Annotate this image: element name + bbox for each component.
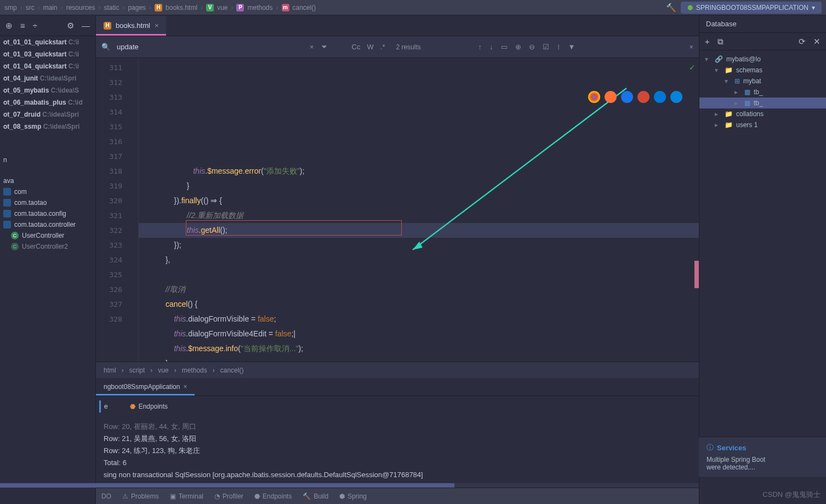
package-item[interactable]: com	[0, 186, 95, 197]
project-item[interactable]: ot_04_junit C:\idea\Spri	[0, 72, 95, 84]
search-input[interactable]	[117, 43, 303, 51]
match-case-toggle[interactable]: Cc	[352, 43, 361, 51]
package-item[interactable]: com.taotao.config	[0, 208, 95, 219]
next-match-icon[interactable]: ↓	[489, 43, 493, 51]
clear-icon[interactable]: ×	[310, 43, 314, 51]
bc-item[interactable]: src	[26, 4, 35, 12]
project-list[interactable]: ot_01_01_quickstart C:\i ot_01_03_quicks…	[0, 36, 95, 504]
project-item[interactable]: ot_01_03_quickstart C:\i	[0, 48, 95, 60]
words-toggle[interactable]: W	[367, 43, 373, 51]
db-schemas[interactable]: ▾📁schemas	[699, 65, 826, 76]
build-tab[interactable]: 🔨 Build	[303, 492, 328, 500]
gear-icon[interactable]: ⚙	[67, 21, 74, 31]
add-icon[interactable]: +	[705, 37, 710, 46]
bc-item[interactable]: pages	[128, 4, 146, 12]
expand-icon[interactable]: ≡	[20, 21, 25, 30]
package-icon	[3, 188, 11, 196]
select-occurrences-icon[interactable]: ☑	[543, 43, 549, 51]
close-search-icon[interactable]: ×	[689, 43, 693, 51]
project-item[interactable]: ot_05_mybatis C:\idea\S	[0, 84, 95, 96]
code-content[interactable]: ✓ this.$message.error("添加失败"); }	[139, 58, 699, 362]
horizontal-scrollbar[interactable]	[0, 483, 699, 488]
duplicate-icon[interactable]: ⧉	[717, 37, 724, 47]
code-editor[interactable]: 311 312 313 314 315 316 317 318 319 320 …	[96, 58, 699, 362]
remove-selection-icon[interactable]: ⊖	[529, 43, 535, 51]
db-users[interactable]: ▸📁users 1	[699, 119, 826, 130]
profiler-tab[interactable]: ◔ Profiler	[214, 492, 243, 500]
settings-icon[interactable]: ⫶	[557, 43, 561, 51]
problems-tab[interactable]: ⚠ Problems	[122, 492, 159, 500]
class-item[interactable]: CUserController2	[0, 241, 95, 252]
inspection-icon[interactable]: ✓	[689, 60, 696, 75]
chrome-icon[interactable]	[588, 91, 600, 103]
bc-item[interactable]: static	[104, 4, 119, 12]
console-output[interactable]: Row: 20, 崔丽岩, 44, 女, 周口 Row: 21, 吴晨燕, 56…	[96, 416, 699, 488]
tree-item[interactable]: ava	[0, 175, 95, 186]
bc-item[interactable]: methods	[247, 4, 272, 12]
db-connection[interactable]: ▾🔗mybatis@lo	[699, 54, 826, 65]
spring-tab[interactable]: ⬢ Spring	[339, 492, 367, 500]
ie-icon[interactable]	[654, 91, 666, 103]
add-selection-icon[interactable]: ⊕	[515, 43, 521, 51]
console-line: Row: 21, 吴晨燕, 56, 女, 洛阳	[104, 433, 691, 445]
spring-icon: ⬢	[687, 4, 693, 12]
prev-match-icon[interactable]: ↑	[478, 43, 482, 51]
filter-icon[interactable]: ▼	[568, 43, 576, 51]
project-item[interactable]: ot_06_mabatis_plus C:\id	[0, 96, 95, 108]
target-icon[interactable]: ⊕	[5, 21, 13, 31]
bc-item[interactable]: html	[104, 366, 116, 374]
fold-column[interactable]	[128, 58, 139, 362]
close-icon[interactable]: ×	[155, 21, 159, 30]
bc-item[interactable]: smp	[4, 4, 17, 12]
bc-item[interactable]: vue	[217, 4, 227, 12]
editor-breadcrumb[interactable]: html› script› vue› methods› cancel()	[96, 362, 699, 378]
todo-tab[interactable]: DO	[101, 492, 111, 500]
class-item[interactable]: CUserController	[0, 230, 95, 241]
bc-item[interactable]: cancel()	[220, 366, 244, 374]
chevron-down-icon: ▾	[812, 4, 815, 12]
safari-icon[interactable]	[621, 91, 633, 103]
db-table[interactable]: ▸▦tb_	[699, 98, 826, 108]
collapse-icon[interactable]: ÷	[33, 21, 37, 30]
bc-item[interactable]: main	[43, 4, 58, 12]
endpoints-bottom-tab[interactable]: ⬣ Endpoints	[254, 492, 292, 500]
bc-item[interactable]: vue	[158, 366, 168, 374]
build-icon[interactable]: 🔨	[666, 3, 676, 13]
refresh-icon[interactable]: ⟳	[799, 37, 806, 47]
stop-icon[interactable]: ✕	[813, 37, 821, 47]
run-config-tab[interactable]: ngboot08SsmpApplication ×	[96, 380, 195, 396]
bc-item[interactable]: books.html	[166, 4, 197, 12]
console-line: Total: 6	[104, 457, 691, 469]
select-all-icon[interactable]: ▭	[501, 43, 508, 51]
history-icon[interactable]: ⏷	[321, 43, 328, 51]
project-item[interactable]: ot_01_04_quickstart C:\i	[0, 60, 95, 72]
edge-icon[interactable]	[670, 91, 682, 103]
tree-item[interactable]: n	[0, 154, 95, 165]
opera-icon[interactable]	[637, 91, 650, 103]
bc-item[interactable]: script	[129, 366, 145, 374]
database-tree[interactable]: ▾🔗mybatis@lo ▾📁schemas ▾⊞mybat ▸▦tb_ ▸▦t…	[699, 50, 826, 504]
file-tab[interactable]: H books.html ×	[96, 16, 166, 36]
db-schema[interactable]: ▾⊞mybat	[699, 76, 826, 87]
project-item[interactable]: ot_01_01_quickstart C:\i	[0, 36, 95, 48]
bc-item[interactable]: cancel()	[293, 4, 316, 12]
breadcrumb[interactable]: smp› src› main› resources› static› pages…	[4, 4, 316, 12]
db-table[interactable]: ▸▦tb_	[699, 87, 826, 98]
bc-item[interactable]: resources	[66, 4, 95, 12]
firefox-icon[interactable]	[605, 91, 617, 103]
db-collations[interactable]: ▸📁collations	[699, 108, 826, 119]
package-item[interactable]: com.taotao.controller	[0, 219, 95, 230]
project-item[interactable]: ot_07_druid C:\idea\Spri	[0, 108, 95, 121]
close-icon[interactable]: ×	[183, 383, 187, 391]
bc-item[interactable]: methods	[182, 366, 207, 374]
project-item[interactable]: ot_08_ssmp C:\idea\Spri	[0, 121, 95, 133]
console-tab[interactable]: e	[99, 400, 111, 413]
endpoints-tab[interactable]: ⬣ Endpoints	[122, 399, 175, 414]
hide-icon[interactable]: —	[82, 21, 90, 30]
terminal-tab[interactable]: ▣ Terminal	[170, 492, 203, 500]
scrollbar-marker[interactable]	[694, 261, 699, 288]
run-config-dropdown[interactable]: ⬢ SPRINGBOOT08SSMPAPPLICATION ▾	[681, 2, 822, 14]
services-notification[interactable]: ⓘServices Multiple Spring Boot were dete…	[699, 437, 826, 477]
regex-toggle[interactable]: .*	[380, 43, 385, 51]
package-item[interactable]: com.taotao	[0, 197, 95, 208]
